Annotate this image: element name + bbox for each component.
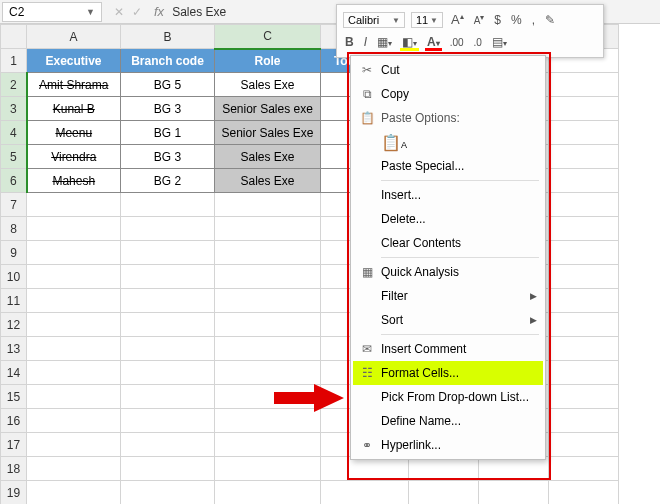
menu-pick-list[interactable]: Pick From Drop-down List... [353, 385, 543, 409]
name-box-dropdown-icon[interactable]: ▼ [86, 7, 95, 17]
menu-cut[interactable]: ✂ Cut [353, 58, 543, 82]
row-header[interactable]: 18 [1, 457, 27, 481]
paste-clipboard-icon: 📋A [381, 134, 407, 151]
cell[interactable]: Sales Exe [215, 169, 321, 193]
svg-marker-0 [274, 384, 344, 412]
font-selector[interactable]: Calibri▼ [343, 12, 405, 28]
name-box-value: C2 [9, 5, 24, 19]
row-header[interactable]: 17 [1, 433, 27, 457]
font-size-selector[interactable]: 11▼ [411, 12, 443, 28]
paste-icon: 📋 [357, 111, 377, 125]
cell[interactable]: BG 1 [121, 121, 215, 145]
cell[interactable] [549, 73, 619, 97]
menu-define-name[interactable]: Define Name... [353, 409, 543, 433]
menu-hyperlink[interactable]: ⚭ Hyperlink... [353, 433, 543, 457]
cell[interactable]: Executive [27, 49, 121, 73]
fx-icon[interactable]: fx [154, 4, 164, 19]
col-header-B[interactable]: B [121, 25, 215, 49]
cell[interactable]: BG 3 [121, 145, 215, 169]
row-header[interactable]: 6 [1, 169, 27, 193]
row-header[interactable]: 14 [1, 361, 27, 385]
merge-icon[interactable]: ▤▾ [490, 35, 509, 49]
font-size: 11 [416, 14, 428, 26]
cell[interactable]: Meenu [27, 121, 121, 145]
name-box[interactable]: C2 ▼ [2, 2, 102, 22]
menu-clear[interactable]: Clear Contents [353, 231, 543, 255]
bold-button[interactable]: B [343, 35, 356, 49]
menu-paste-special[interactable]: Paste Special... [353, 154, 543, 178]
row-header[interactable]: 9 [1, 241, 27, 265]
menu-quick-analysis[interactable]: ▦ Quick Analysis [353, 260, 543, 284]
cell[interactable]: Senior Sales exe [215, 97, 321, 121]
row-header[interactable]: 2 [1, 73, 27, 97]
menu-sort[interactable]: Sort ▶ [353, 308, 543, 332]
cell[interactable] [549, 169, 619, 193]
cell[interactable]: Senior Sales Exe [215, 121, 321, 145]
decrease-decimal-icon[interactable]: .00 [448, 37, 466, 48]
cell[interactable]: BG 5 [121, 73, 215, 97]
border-icon[interactable]: ▦▾ [375, 35, 394, 49]
percent-icon[interactable]: % [509, 13, 524, 27]
cell[interactable]: Kunal B [27, 97, 121, 121]
row-header[interactable]: 1 [1, 49, 27, 73]
cell[interactable]: Sales Exe [215, 145, 321, 169]
cell[interactable]: Sales Exe [215, 73, 321, 97]
cell[interactable] [549, 121, 619, 145]
formula-bar[interactable]: Sales Exe [172, 5, 226, 19]
select-all-corner[interactable] [1, 25, 27, 49]
submenu-arrow-icon: ▶ [530, 291, 537, 301]
row-header[interactable]: 5 [1, 145, 27, 169]
comment-icon: ✉ [357, 342, 377, 356]
row-header[interactable]: 3 [1, 97, 27, 121]
cell[interactable]: BG 3 [121, 97, 215, 121]
row-header[interactable]: 13 [1, 337, 27, 361]
comma-icon[interactable]: , [530, 13, 537, 27]
col-header-A[interactable]: A [27, 25, 121, 49]
cell[interactable]: Role [215, 49, 321, 73]
format-painter-icon[interactable]: ✎ [543, 13, 557, 27]
hyperlink-icon: ⚭ [357, 438, 377, 452]
cell[interactable]: Virendra [27, 145, 121, 169]
increase-decimal-icon[interactable]: .0 [472, 37, 484, 48]
cell[interactable]: Amit Shrama [27, 73, 121, 97]
row-header[interactable]: 15 [1, 385, 27, 409]
menu-insert-comment[interactable]: ✉ Insert Comment [353, 337, 543, 361]
enter-icon: ✓ [132, 5, 142, 19]
cancel-icon: ✕ [114, 5, 124, 19]
row-header[interactable]: 7 [1, 193, 27, 217]
row-header[interactable]: 8 [1, 217, 27, 241]
row-header[interactable]: 4 [1, 121, 27, 145]
font-color-icon[interactable]: A▾ [425, 35, 442, 49]
menu-insert[interactable]: Insert... [353, 183, 543, 207]
row-header[interactable]: 16 [1, 409, 27, 433]
fill-color-icon[interactable]: ◧▾ [400, 35, 419, 49]
format-cells-icon: ☷ [357, 366, 377, 380]
row-header[interactable]: 12 [1, 313, 27, 337]
currency-icon[interactable]: $ [492, 13, 503, 27]
font-name: Calibri [348, 14, 379, 26]
menu-delete[interactable]: Delete... [353, 207, 543, 231]
menu-filter[interactable]: Filter ▶ [353, 284, 543, 308]
menu-format-cells[interactable]: ☷ Format Cells... [353, 361, 543, 385]
menu-paste-options[interactable]: 📋 Paste Options: [353, 106, 543, 130]
row-header[interactable]: 11 [1, 289, 27, 313]
submenu-arrow-icon: ▶ [530, 315, 537, 325]
row-header[interactable]: 19 [1, 481, 27, 505]
quick-analysis-icon: ▦ [357, 265, 377, 279]
copy-icon: ⧉ [357, 87, 377, 101]
arrow-annotation-icon [274, 384, 344, 412]
cell[interactable]: Mahesh [27, 169, 121, 193]
mini-toolbar: Calibri▼ 11▼ A▴ A▾ $ % , ✎ B I ▦▾ ◧▾ A▾ … [336, 4, 604, 58]
menu-copy[interactable]: ⧉ Copy [353, 82, 543, 106]
increase-font-icon[interactable]: A▴ [449, 12, 466, 27]
italic-button[interactable]: I [362, 35, 369, 49]
context-menu: ✂ Cut ⧉ Copy 📋 Paste Options: 📋A Paste S… [350, 55, 546, 460]
cell[interactable] [549, 97, 619, 121]
menu-paste-mode[interactable]: 📋A [353, 130, 543, 154]
row-header[interactable]: 10 [1, 265, 27, 289]
col-header-C[interactable]: C [215, 25, 321, 49]
cell[interactable]: BG 2 [121, 169, 215, 193]
decrease-font-icon[interactable]: A▾ [472, 13, 487, 26]
cell[interactable] [549, 145, 619, 169]
cell[interactable]: Branch code [121, 49, 215, 73]
